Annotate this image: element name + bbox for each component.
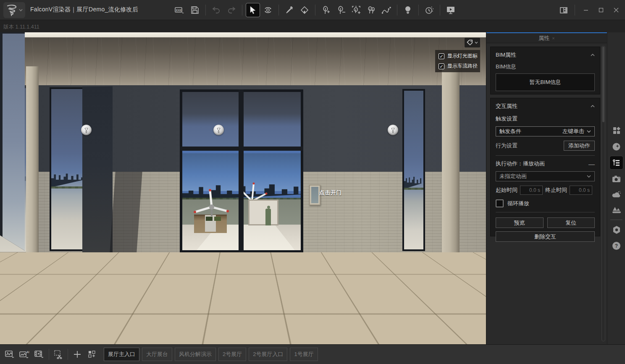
camera-button[interactable]	[610, 172, 623, 185]
action-header-row: 执行动作：播放动画 —	[496, 160, 595, 168]
interior-doorway	[248, 199, 278, 225]
strip-divider	[610, 220, 622, 220]
toolbar-separator	[418, 5, 419, 16]
remove-action-icon[interactable]: —	[588, 160, 595, 168]
checkbox-show-traffic-paths[interactable]	[439, 63, 444, 69]
toolbar-separator	[242, 5, 242, 16]
version-row: 版本 1.11.1.411	[0, 21, 625, 32]
bim-properties-section: BIM属性 BIM信息 暂无BIM信息	[490, 47, 600, 94]
preview-button[interactable]: 预览	[496, 217, 544, 228]
properties-panel: 属性 × BIM属性 BIM信息 暂无BIM信息 交互属性 触发设置 触发条件 …	[486, 32, 607, 344]
minimize-button[interactable]	[580, 4, 592, 16]
delete-interaction-button[interactable]: 删除交互	[496, 231, 595, 242]
hint-action: 聚焦选中物体	[4, 323, 44, 330]
settings-button[interactable]	[610, 223, 623, 236]
toolbar-separator	[205, 5, 206, 16]
layout-panels-button[interactable]	[557, 4, 570, 16]
scene-tree-button[interactable]	[610, 156, 623, 169]
view-tab-main-entrance[interactable]: 展厅主入口	[104, 348, 139, 361]
loop-playback-checkbox[interactable]	[496, 199, 504, 207]
light-gizmo-icon[interactable]	[213, 125, 224, 135]
assets-library-button[interactable]	[610, 124, 623, 137]
greenery-reflection	[404, 188, 423, 190]
main-toolbar: EXE	[173, 0, 457, 20]
maximize-button[interactable]	[595, 4, 607, 16]
remove-vegetation-button[interactable]	[334, 3, 348, 17]
view-layout-add-button[interactable]	[86, 348, 98, 361]
save-button[interactable]	[188, 3, 202, 17]
divider	[496, 155, 595, 156]
view-tab-hall2[interactable]: 2号展厅	[218, 348, 246, 361]
behavior-settings-row: 行为设置 添加动作	[496, 141, 595, 151]
bim-empty-message: 暂无BIM信息	[496, 73, 595, 91]
animation-select-dropdown[interactable]: 未指定动画	[496, 171, 595, 181]
version-label: 版本 1.11.1.411	[3, 24, 39, 31]
checkbox-show-light-icons[interactable]	[439, 53, 444, 59]
terrain-button[interactable]	[610, 203, 623, 216]
view-tab-turbine-demo[interactable]: 风机分解演示	[175, 348, 216, 361]
add-action-button[interactable]: 添加动作	[564, 141, 595, 151]
toolbar-separator	[440, 5, 440, 16]
weather-button[interactable]	[610, 188, 623, 201]
svg-text:?: ?	[615, 243, 618, 249]
tab-properties[interactable]: 属性	[538, 34, 549, 42]
end-time-input[interactable]: 0.0 s	[570, 186, 592, 195]
reset-button[interactable]: 复位	[547, 217, 595, 228]
display-option-lights[interactable]: 显示灯光图标	[439, 52, 480, 60]
option-label: 显示车流路径	[447, 63, 478, 70]
panel-tab-bar: 属性 ×	[486, 32, 607, 43]
help-button[interactable]: ?	[610, 239, 623, 252]
tab-close-icon[interactable]: ×	[552, 36, 554, 41]
light-gizmo-icon[interactable]	[81, 125, 92, 135]
collapse-chevron-up-icon[interactable]	[591, 105, 595, 107]
close-button[interactable]	[610, 4, 622, 16]
view-tab-hall1[interactable]: 1号展厅	[290, 348, 318, 361]
add-view-button[interactable]	[71, 348, 84, 361]
panel-scrollbar[interactable]	[601, 46, 605, 341]
paint-fill-tool-button[interactable]	[298, 3, 311, 17]
hint-action: 沿物体环视	[4, 334, 44, 341]
person-figure	[265, 209, 271, 225]
time-of-day-button[interactable]	[423, 3, 436, 17]
toolbar-separator	[397, 5, 397, 16]
app-logo-button[interactable]	[3, 2, 25, 18]
collapse-chevron-up-icon[interactable]	[591, 54, 595, 56]
light-gizmo-icon[interactable]	[388, 125, 398, 135]
undo-button[interactable]	[210, 3, 223, 17]
chevron-down-icon	[587, 130, 591, 133]
export-exe-button[interactable]: EXE	[173, 3, 186, 17]
select-tool-button[interactable]	[246, 3, 260, 17]
column-left	[26, 66, 39, 274]
column-base-shadow	[437, 274, 465, 280]
door-cast-shadow	[110, 172, 142, 252]
video-export-button[interactable]	[33, 348, 46, 361]
trigger-condition-dropdown[interactable]: 触发条件 左键单击	[496, 126, 595, 136]
orbit-tool-button[interactable]	[261, 3, 275, 17]
city-skyline-reflection	[404, 175, 423, 189]
falconv-logo-icon	[6, 4, 17, 16]
crop-clip-button[interactable]	[52, 348, 65, 361]
path-tool-button[interactable]	[380, 3, 393, 17]
tag-display-button[interactable]	[465, 38, 480, 47]
material-sphere-button[interactable]	[610, 140, 623, 153]
vegetation-brush-button[interactable]	[365, 3, 378, 17]
door-sign-label: 点击开门	[319, 189, 342, 196]
screenshot-export-button[interactable]	[4, 348, 16, 361]
viewport-3d[interactable]: 点击开门 显示灯光图标 显示车流路径 聚焦选中物体 F 沿物体环视 ALT + …	[0, 32, 486, 344]
scrollbar-thumb[interactable]	[602, 47, 604, 122]
light-tool-button[interactable]	[401, 3, 415, 17]
door-open-trigger-sign[interactable]	[309, 185, 320, 205]
presentation-mode-button[interactable]	[444, 3, 457, 17]
redo-button[interactable]	[225, 3, 238, 17]
greenery-reflection	[51, 186, 84, 189]
eyedropper-tool-button[interactable]	[283, 3, 296, 17]
vegetation-marquee-button[interactable]	[349, 3, 363, 17]
view-tab-hall-booth[interactable]: 大厅展台	[142, 348, 172, 361]
add-vegetation-button[interactable]	[319, 3, 333, 17]
start-time-input[interactable]: 0.0 s	[520, 186, 543, 195]
open-glass-door[interactable]	[82, 86, 113, 257]
view-tab-hall2-entrance[interactable]: 2号展厅入口	[249, 348, 287, 361]
display-option-traffic[interactable]: 显示车流路径	[439, 63, 480, 70]
entrance-glass-doors[interactable]	[180, 89, 303, 253]
ai-image-export-button[interactable]: AI	[18, 348, 31, 361]
